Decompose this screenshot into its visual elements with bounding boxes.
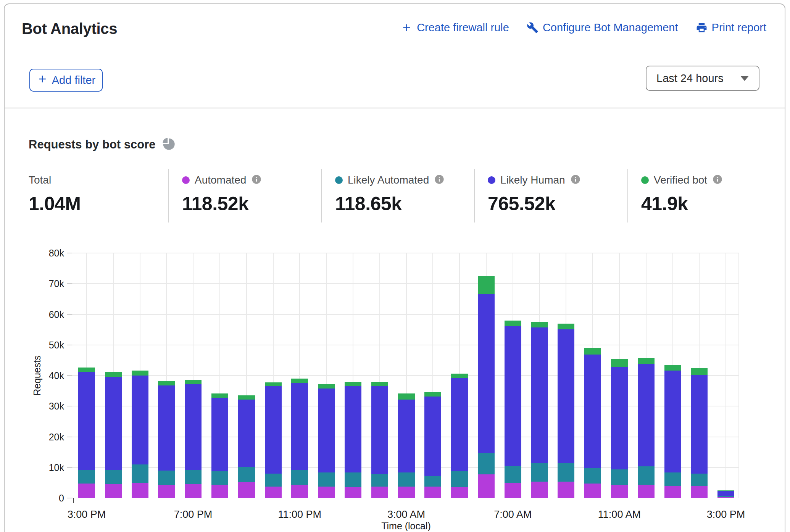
- stacked-bar[interactable]: [584, 348, 601, 498]
- bar-segment-likely-automated[interactable]: [132, 464, 148, 483]
- stacked-bar[interactable]: [185, 380, 202, 498]
- stacked-bar[interactable]: [664, 365, 681, 498]
- stacked-bar[interactable]: [291, 379, 308, 498]
- bar-segment-likely-human[interactable]: [451, 378, 468, 471]
- bar-segment-likely-automated[interactable]: [238, 467, 255, 482]
- bar-segment-verified-bot[interactable]: [478, 276, 495, 294]
- bar-segment-likely-human[interactable]: [132, 376, 148, 464]
- bar-segment-likely-automated[interactable]: [531, 463, 548, 482]
- bar-segment-likely-human[interactable]: [505, 326, 521, 466]
- bar-segment-likely-automated[interactable]: [611, 469, 628, 485]
- bar-segment-automated[interactable]: [345, 487, 361, 498]
- bar-segment-verified-bot[interactable]: [158, 381, 175, 385]
- stacked-bar[interactable]: [398, 393, 415, 498]
- bar-segment-likely-human[interactable]: [584, 355, 601, 468]
- bar-segment-likely-human[interactable]: [638, 364, 655, 466]
- bar-segment-verified-bot[interactable]: [185, 380, 202, 384]
- bar-segment-automated[interactable]: [158, 485, 175, 498]
- add-filter-button[interactable]: Add filter: [29, 69, 103, 92]
- bar-segment-likely-automated[interactable]: [478, 453, 495, 474]
- bar-segment-automated[interactable]: [424, 487, 441, 498]
- bar-segment-verified-bot[interactable]: [584, 348, 601, 355]
- info-icon[interactable]: [712, 174, 723, 186]
- bar-segment-verified-bot[interactable]: [371, 382, 388, 386]
- print-report-link[interactable]: Print report: [696, 21, 766, 34]
- bar-segment-likely-automated[interactable]: [211, 471, 228, 485]
- bar-segment-likely-automated[interactable]: [451, 471, 468, 487]
- bar-segment-automated[interactable]: [132, 483, 148, 498]
- bar-segment-likely-human[interactable]: [78, 372, 95, 470]
- bar-segment-likely-automated[interactable]: [584, 468, 601, 484]
- bar-segment-automated[interactable]: [78, 484, 95, 498]
- info-icon[interactable]: [251, 174, 262, 186]
- stacked-bar[interactable]: [717, 490, 734, 498]
- bar-segment-likely-human[interactable]: [291, 383, 308, 471]
- bar-segment-verified-bot[interactable]: [664, 365, 681, 371]
- bar-segment-automated[interactable]: [238, 482, 255, 498]
- bar-segment-likely-automated[interactable]: [345, 472, 361, 487]
- bar-segment-likely-human[interactable]: [265, 386, 282, 474]
- bar-segment-likely-human[interactable]: [531, 327, 548, 463]
- bar-segment-likely-human[interactable]: [211, 398, 228, 471]
- bar-segment-likely-human[interactable]: [558, 329, 574, 463]
- bar-segment-likely-human[interactable]: [424, 397, 441, 476]
- stacked-bar[interactable]: [558, 324, 574, 498]
- bar-segment-likely-automated[interactable]: [291, 470, 308, 485]
- bar-segment-likely-automated[interactable]: [371, 474, 388, 486]
- stacked-bar[interactable]: [638, 358, 655, 498]
- stacked-bar[interactable]: [238, 395, 255, 498]
- bar-segment-automated[interactable]: [265, 487, 282, 498]
- bar-segment-likely-human[interactable]: [478, 294, 495, 453]
- bar-segment-verified-bot[interactable]: [505, 321, 521, 326]
- bar-segment-verified-bot[interactable]: [451, 374, 468, 378]
- bar-segment-likely-human[interactable]: [691, 375, 708, 474]
- bar-segment-automated[interactable]: [691, 486, 708, 498]
- bar-segment-likely-automated[interactable]: [318, 472, 335, 487]
- bar-segment-likely-automated[interactable]: [424, 476, 441, 487]
- bar-segment-likely-automated[interactable]: [398, 472, 415, 487]
- stacked-bar[interactable]: [451, 374, 468, 498]
- bar-segment-automated[interactable]: [478, 474, 495, 498]
- stacked-bar[interactable]: [424, 392, 441, 498]
- bar-segment-verified-bot[interactable]: [398, 393, 415, 400]
- stacked-bar[interactable]: [78, 368, 95, 498]
- bar-segment-verified-bot[interactable]: [238, 395, 255, 400]
- configure-bot-management-link[interactable]: Configure Bot Management: [527, 21, 678, 34]
- stacked-bar[interactable]: [345, 382, 361, 498]
- bar-segment-likely-automated[interactable]: [105, 470, 122, 484]
- bar-segment-verified-bot[interactable]: [611, 359, 628, 367]
- bar-segment-automated[interactable]: [717, 497, 734, 498]
- stacked-bar[interactable]: [478, 276, 495, 498]
- bar-segment-automated[interactable]: [105, 484, 122, 498]
- bar-segment-likely-human[interactable]: [158, 385, 175, 471]
- bar-segment-likely-human[interactable]: [238, 400, 255, 467]
- stacked-bar[interactable]: [611, 359, 628, 498]
- stacked-bar[interactable]: [265, 382, 282, 498]
- bar-segment-verified-bot[interactable]: [78, 368, 95, 372]
- bar-segment-likely-human[interactable]: [717, 491, 734, 496]
- bar-segment-likely-human[interactable]: [345, 386, 361, 472]
- bar-segment-likely-human[interactable]: [371, 386, 388, 474]
- stacked-bar[interactable]: [318, 384, 335, 498]
- bar-segment-verified-bot[interactable]: [105, 372, 122, 377]
- bar-segment-verified-bot[interactable]: [638, 358, 655, 364]
- stacked-bar[interactable]: [371, 382, 388, 498]
- bar-segment-automated[interactable]: [318, 487, 335, 498]
- stacked-bar[interactable]: [132, 371, 148, 498]
- bar-segment-verified-bot[interactable]: [558, 324, 574, 329]
- bar-segment-automated[interactable]: [291, 485, 308, 498]
- bar-segment-verified-bot[interactable]: [424, 392, 441, 397]
- bar-segment-verified-bot[interactable]: [265, 382, 282, 386]
- bar-segment-automated[interactable]: [584, 484, 601, 498]
- bar-segment-automated[interactable]: [185, 484, 202, 498]
- bar-segment-likely-automated[interactable]: [265, 474, 282, 487]
- bar-segment-likely-automated[interactable]: [78, 470, 95, 484]
- bar-segment-likely-human[interactable]: [611, 367, 628, 469]
- stacked-bar[interactable]: [211, 393, 228, 498]
- bar-segment-automated[interactable]: [398, 487, 415, 498]
- stacked-bar[interactable]: [105, 372, 122, 498]
- bar-segment-likely-automated[interactable]: [691, 474, 708, 486]
- bar-segment-likely-automated[interactable]: [664, 472, 681, 486]
- bar-segment-verified-bot[interactable]: [291, 379, 308, 382]
- info-icon[interactable]: [570, 174, 581, 186]
